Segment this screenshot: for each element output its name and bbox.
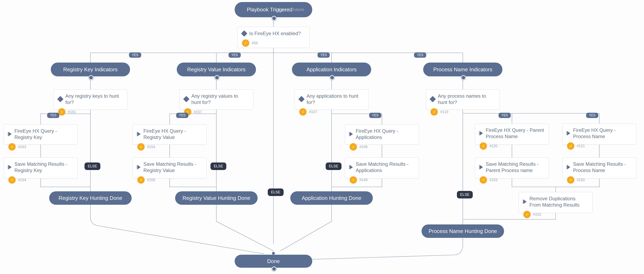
yes-label: YES (176, 113, 188, 118)
bolt-icon (137, 176, 145, 184)
diamond-icon (241, 30, 247, 36)
yes-label: YES (414, 52, 426, 58)
query-regkey[interactable]: FireEye HX Query - Registry Key #163 (4, 124, 78, 144)
query-regval[interactable]: FireEye HX Query - Registry Value #154 (133, 124, 206, 144)
chevron-icon (567, 131, 570, 136)
done-regkey[interactable]: Registry Key Hunting Done (49, 191, 132, 205)
save-proc-parent[interactable]: Save Matching Results - Parent Process n… (475, 158, 549, 178)
chevron-icon (8, 132, 12, 136)
playbook-trigger-node[interactable]: Playbook Triggered Inputs / Outputs (235, 2, 312, 17)
yes-label: YES (228, 52, 241, 58)
chevron-icon (480, 165, 483, 170)
else-label: ELSE (268, 188, 284, 196)
card-title: Is FireEye HX enabled? (249, 30, 301, 36)
else-label: ELSE (457, 191, 473, 198)
done-regval[interactable]: Registry Value Hunting Done (175, 191, 258, 205)
final-done[interactable]: Done (235, 255, 312, 268)
bolt-icon (242, 40, 249, 47)
section-app[interactable]: Application Indicators (292, 62, 371, 76)
bolt-icon (299, 108, 306, 116)
cond-proc[interactable]: Any process names to hunt for? #119 (426, 89, 500, 110)
chevron-icon (523, 200, 526, 204)
bolt-icon (137, 143, 145, 150)
bolt-icon (8, 176, 16, 184)
chevron-icon (480, 131, 483, 136)
diamond-icon (183, 96, 189, 102)
cond-app[interactable]: Any applications to hunt for? #107 (294, 89, 368, 110)
query-app[interactable]: FireEye HX Query - Applications #108 (345, 124, 419, 144)
section-regkey[interactable]: Registry Key Indicators (51, 62, 130, 76)
query-proc-parent[interactable]: FireEye HX Query - Parent Process Name #… (475, 124, 549, 144)
save-app[interactable]: Save Matching Results - Applications #14… (345, 158, 419, 178)
cond-regkey[interactable]: Any registry keys to hunt for? #161 (54, 89, 128, 110)
chevron-icon (137, 132, 140, 136)
query-proc-name[interactable]: FireEye HX Query - Process Name #121 (562, 124, 636, 144)
save-regkey[interactable]: Save Matching Results - Registry Key #16… (4, 158, 78, 178)
bolt-icon (523, 211, 531, 218)
else-label: ELSE (326, 162, 342, 170)
root-condition-card[interactable]: Is FireEye HX enabled? #56 (237, 27, 310, 48)
card-id: #56 (252, 41, 258, 45)
diamond-icon (57, 96, 64, 102)
bolt-icon (350, 176, 357, 184)
chevron-icon (350, 132, 353, 136)
section-proc[interactable]: Process Name Indicators (423, 62, 502, 76)
save-regval[interactable]: Save Matching Results - Registry Value #… (133, 158, 206, 178)
diamond-icon (298, 96, 304, 102)
else-label: ELSE (84, 162, 100, 170)
svg-point-0 (272, 252, 275, 255)
chevron-icon (567, 165, 570, 170)
yes-label: YES (586, 113, 598, 118)
yes-label: YES (318, 52, 330, 58)
done-proc[interactable]: Process Name Hunting Done (422, 224, 504, 238)
bolt-icon (8, 143, 16, 150)
chevron-icon (137, 165, 140, 170)
yes-label: YES (129, 52, 141, 58)
yes-label: YES (498, 113, 511, 118)
cond-regval[interactable]: Any registry values to hunt for? #157 (180, 89, 253, 110)
yes-label: YES (369, 113, 381, 118)
done-app[interactable]: Application Hunting Done (290, 191, 373, 205)
inputs-outputs-link[interactable]: Inputs / Outputs (278, 8, 304, 12)
bolt-icon (480, 142, 487, 150)
bolt-icon (480, 176, 487, 184)
save-proc-name[interactable]: Save Matching Results - Process Name #15… (562, 158, 636, 178)
yes-label: YES (47, 113, 59, 118)
bolt-icon (350, 143, 357, 150)
dedup-proc[interactable]: Remove Duplications From Matching Result… (519, 192, 592, 213)
chevron-icon (8, 165, 12, 170)
diamond-icon (430, 96, 436, 102)
section-regval[interactable]: Registry Value Indicators (177, 62, 256, 76)
chevron-icon (350, 165, 353, 170)
else-label: ELSE (210, 162, 226, 170)
bolt-icon (430, 108, 438, 116)
bolt-icon (567, 142, 574, 150)
bolt-icon (567, 176, 574, 184)
